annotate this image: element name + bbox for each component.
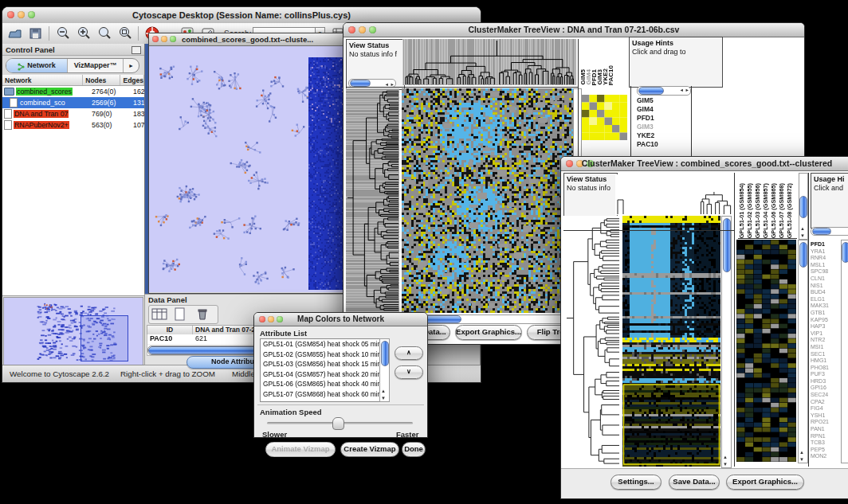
scroll-up-icon[interactable]: ▲ [799,450,804,455]
close-button[interactable] [566,160,573,167]
gene-label[interactable]: GIM3 [637,123,688,131]
column-labels-vscrollbar[interactable]: ▲ ▼ [799,173,808,240]
save-icon[interactable] [28,25,44,41]
gene-label[interactable]: SEC1 [811,351,839,358]
gene-label[interactable]: MON2 [811,453,839,460]
open-file-icon[interactable] [7,25,23,41]
column-header-network[interactable]: Network [2,75,83,85]
delete-attribute-icon[interactable] [194,307,211,324]
zoom-fit-icon[interactable] [117,25,133,41]
network-overview-panel[interactable] [3,297,143,367]
gene-label[interactable]: KAP95 [811,317,839,324]
close-button[interactable] [7,11,14,18]
gene-label[interactable]: PAC10 [637,140,688,149]
zoom-heatmap-canvas[interactable] [736,240,796,462]
gene-label[interactable]: SPC98 [811,268,839,275]
treeview-dna-titlebar[interactable]: ClusterMaker TreeView : DNA and Tran 07-… [344,23,804,37]
scroll-down-icon[interactable]: ▼ [800,233,805,238]
attribute-table-icon[interactable] [151,307,168,324]
save-data-button[interactable]: Save Data... [669,475,720,490]
scroll-down-icon[interactable]: ▼ [799,457,804,462]
export-graphics-button[interactable]: Export Graphics... [726,475,804,490]
gene-label[interactable]: PHO81 [811,365,839,372]
scroll-thumb[interactable] [799,242,807,268]
column-label[interactable]: GPL51-06 (GSM865) [770,183,778,238]
minimize-button[interactable] [161,36,167,42]
column-dendrogram-canvas[interactable] [615,174,736,215]
row-dendrogram-canvas[interactable] [346,88,399,313]
row-dendrogram-canvas[interactable] [563,216,621,467]
network-table-row[interactable]: DNA and Tran 07 769(0) 183728(0) [2,108,144,119]
gene-label[interactable]: SEC24 [811,392,839,399]
column-label[interactable]: GPL51-04 (GSM857) [762,183,770,238]
scroll-up-icon[interactable]: ▲ [800,226,805,231]
gene-label[interactable]: PEP5 [811,447,839,454]
gene-label[interactable]: PFD1 [811,241,839,248]
animate-vizmap-button[interactable]: Animate Vizmap [265,442,336,457]
gene-label[interactable]: CLN1 [811,275,839,283]
network-table-row[interactable]: RNAPuberNov2+ 563(0) 107847(0) [2,119,144,131]
gene-label[interactable]: MSL1 [811,262,839,269]
main-heatmap-canvas[interactable] [402,88,573,313]
gene-label[interactable]: VIP1 [811,330,839,338]
column-header-edges[interactable]: Edges [120,75,144,85]
create-vizmap-button[interactable]: Create Vizmap [340,442,399,457]
gene-label[interactable]: TCB3 [811,440,839,447]
scroll-thumb[interactable] [842,242,848,263]
scroll-up-icon[interactable]: ▲ [723,455,728,459]
attribute-list-item[interactable]: GPL51-02 (GSM855) heat shock 10 min [261,350,380,360]
gene-label[interactable]: FIG4 [811,405,839,412]
attribute-list-item[interactable]: GPL51-01 (GSM854) heat shock 05 min [261,339,380,350]
correlation-matrix-canvas[interactable] [582,95,627,140]
scroll-thumb[interactable] [723,218,731,272]
column-label[interactable]: GPL51-07 (GSM868) [778,183,786,238]
heatmap-vscrollbar[interactable]: ▲ ▼ [721,216,732,468]
zoom-vscrollbar[interactable]: ▲ ▼ [798,240,808,463]
tab-vizmapper[interactable]: VizMapper™ [67,59,123,72]
column-label[interactable]: GPL51-01 (GSM854) [738,183,746,238]
gene-label[interactable]: ELG1 [811,296,839,303]
gene-label[interactable]: HMG1 [811,357,839,365]
gene-label[interactable]: PUF3 [811,371,839,378]
column-label[interactable]: GPL51-03 (GSM856) [754,183,762,238]
scroll-down-icon[interactable]: ▼ [723,462,728,467]
scroll-thumb[interactable] [812,228,831,235]
scroll-thumb[interactable] [799,196,807,218]
tab-network[interactable]: Network [6,59,67,72]
move-down-button[interactable]: ∨ [395,365,423,379]
gene-label[interactable]: HAP3 [811,323,839,330]
speed-slider-thumb[interactable] [332,417,344,430]
gene-label[interactable]: RPN1 [811,433,839,440]
network-view-titlebar[interactable]: combined_scores_good.txt--cluste... [149,33,346,46]
gene-label[interactable]: PFD1 [637,114,688,123]
gene-label[interactable]: GIM4 [637,105,688,114]
gene-label[interactable]: YRA1 [811,248,839,256]
float-panel-icon[interactable] [132,46,141,54]
gene-label[interactable]: HRD3 [811,378,839,385]
new-attribute-icon[interactable] [171,307,189,324]
close-button[interactable] [348,26,355,33]
gene-label[interactable]: GIM5 [637,96,688,105]
column-dendrogram-canvas[interactable] [402,39,576,85]
attribute-listbox[interactable]: GPL51-01 (GSM854) heat shock 05 min GPL5… [260,338,381,402]
attribute-list-item[interactable]: GPL51-04 (GSM857) heat shock 20 min [261,369,380,380]
scroll-up-icon[interactable]: ▲ [381,389,386,393]
overview-viewport-rect[interactable] [80,315,128,361]
attribute-list-item[interactable]: GPL51-03 (GSM856) heat shock 15 min [261,359,380,369]
scroll-thumb[interactable] [381,341,389,366]
gene-label[interactable]: MAK31 [811,303,839,310]
main-titlebar[interactable]: Cytoscape Desktop (Session Name: collins… [2,7,481,24]
gene-label[interactable]: GTB1 [811,310,839,317]
main-heatmap-canvas[interactable] [622,216,720,467]
close-button[interactable] [259,316,265,322]
zoom-hscrollbar[interactable]: ◄ ► [637,86,691,96]
scroll-down-icon[interactable]: ▼ [381,396,386,400]
treeview-combined-titlebar[interactable]: ClusterMaker TreeView : combined_scores_… [561,157,848,171]
gene-label[interactable]: RNR4 [811,255,839,262]
gene-label[interactable]: NIS1 [811,283,839,290]
scroll-thumb[interactable] [350,80,371,87]
attribute-list-item[interactable]: GPL51-06 (GSM865) heat shock 40 min [261,379,380,389]
gene-list-vscrollbar[interactable] [841,240,848,463]
close-button[interactable] [152,36,159,42]
gene-label[interactable]: GPI16 [811,385,839,392]
